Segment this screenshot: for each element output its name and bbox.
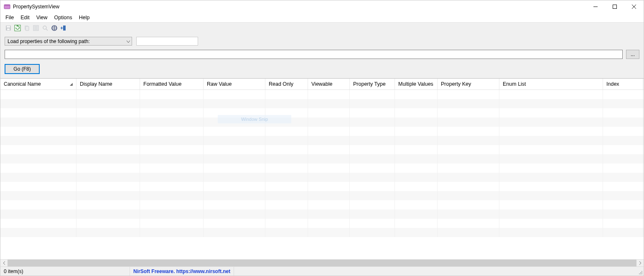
grid-header: Canonical Name ◢ Display Name Formatted … (0, 79, 644, 90)
app-window: PropertySystemView File Edit View Option… (0, 0, 644, 276)
go-label: Go (F8) (13, 66, 31, 72)
menubar: File Edit View Options Help (0, 13, 644, 23)
resize-grip-icon[interactable] (636, 267, 644, 276)
table-row[interactable] (0, 99, 644, 108)
menu-view[interactable]: View (33, 13, 51, 22)
sort-asc-icon: ◢ (70, 82, 73, 86)
browse-label: ... (631, 51, 635, 57)
menu-edit[interactable]: Edit (17, 13, 33, 22)
column-formatted-value[interactable]: Formatted Value (140, 79, 204, 89)
minimize-button[interactable] (586, 0, 605, 13)
svg-rect-11 (25, 26, 29, 31)
menu-options[interactable]: Options (51, 13, 76, 22)
svg-line-17 (46, 29, 48, 31)
table-row[interactable] (0, 191, 644, 200)
table-row[interactable] (0, 173, 644, 182)
column-enum-list[interactable]: Enum List (499, 79, 603, 89)
browse-button[interactable]: ... (626, 50, 639, 59)
statusbar: 0 item(s) NirSoft Freeware. https://www.… (0, 266, 644, 276)
html-report-icon[interactable] (51, 24, 58, 32)
chevron-down-icon (127, 38, 130, 44)
table-row[interactable] (0, 200, 644, 210)
horizontal-scrollbar[interactable] (0, 259, 644, 266)
table-row[interactable] (0, 228, 644, 237)
maximize-button[interactable] (605, 0, 624, 13)
menu-help[interactable]: Help (76, 13, 93, 22)
scroll-thumb[interactable] (8, 260, 636, 266)
secondary-input[interactable] (136, 37, 198, 46)
svg-rect-8 (7, 28, 10, 30)
svg-point-23 (640, 273, 641, 274)
column-property-key[interactable]: Property Key (438, 79, 499, 89)
status-item-count: 0 item(s) (0, 267, 130, 276)
save-icon[interactable] (5, 24, 12, 32)
table-row[interactable] (0, 210, 644, 219)
svg-point-22 (641, 273, 642, 274)
svg-point-27 (641, 271, 642, 272)
watermark: Window Snip (218, 115, 291, 123)
table-row[interactable] (0, 164, 644, 173)
titlebar: PropertySystemView (0, 0, 644, 13)
column-read-only[interactable]: Read Only (265, 79, 308, 89)
svg-point-26 (640, 272, 641, 273)
svg-point-25 (639, 273, 640, 274)
svg-rect-1 (4, 5, 10, 6)
toolbar (0, 23, 644, 33)
svg-point-16 (43, 26, 46, 29)
grid-body[interactable] (0, 90, 644, 237)
mode-combo[interactable]: Load properties of the following path: (5, 37, 132, 46)
svg-rect-3 (613, 5, 617, 9)
copy-icon[interactable] (23, 24, 31, 32)
properties-icon[interactable] (32, 24, 40, 32)
menu-file[interactable]: File (2, 13, 17, 22)
table-row[interactable] (0, 136, 644, 145)
exit-icon[interactable] (60, 24, 67, 32)
status-credit[interactable]: NirSoft Freeware. https://www.nirsoft.ne… (130, 267, 234, 276)
grid-area: Canonical Name ◢ Display Name Formatted … (0, 78, 644, 266)
find-icon[interactable] (41, 24, 49, 32)
close-button[interactable] (624, 0, 644, 13)
svg-rect-21 (63, 26, 66, 31)
table-row[interactable] (0, 219, 644, 228)
column-canonical-name[interactable]: Canonical Name ◢ (0, 79, 76, 89)
column-index[interactable]: Index (603, 79, 643, 89)
column-display-name[interactable]: Display Name (76, 79, 140, 89)
scroll-right-icon[interactable] (636, 260, 644, 266)
table-row[interactable] (0, 182, 644, 191)
table-row[interactable] (0, 154, 644, 164)
svg-rect-7 (7, 26, 10, 28)
column-property-type[interactable]: Property Type (350, 79, 395, 89)
controls-panel: Load properties of the following path: .… (0, 33, 644, 78)
app-icon (4, 3, 10, 10)
column-multiple-values[interactable]: Multiple Values (395, 79, 438, 89)
mode-combo-text: Load properties of the following path: (8, 38, 90, 44)
scroll-left-icon[interactable] (0, 260, 8, 266)
go-button[interactable]: Go (F8) (5, 64, 40, 74)
table-row[interactable] (0, 127, 644, 136)
refresh-icon[interactable] (14, 24, 21, 32)
column-viewable[interactable]: Viewable (308, 79, 350, 89)
path-input[interactable] (5, 50, 623, 59)
table-row[interactable] (0, 118, 644, 127)
table-row[interactable] (0, 90, 644, 99)
scroll-track[interactable] (8, 260, 636, 266)
table-row[interactable] (0, 145, 644, 154)
window-title: PropertySystemView (13, 4, 59, 10)
svg-point-24 (641, 272, 642, 273)
column-raw-value[interactable]: Raw Value (204, 79, 265, 89)
table-row[interactable] (0, 108, 644, 118)
